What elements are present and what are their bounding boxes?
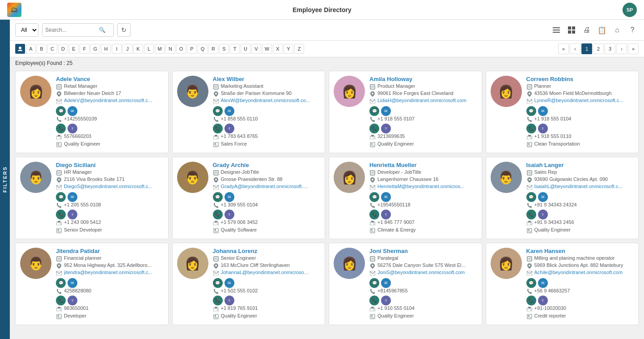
alpha-btn-V[interactable]: V	[251, 44, 261, 54]
chat-button[interactable]: 💬	[213, 106, 223, 116]
teams-button[interactable]: T	[68, 124, 77, 133]
search-input[interactable]	[45, 27, 99, 33]
employee-name[interactable]: Henrietta Mueller	[369, 162, 477, 168]
teams-button[interactable]: T	[225, 210, 234, 219]
alpha-btn-R[interactable]: R	[208, 44, 218, 54]
filters-sidebar[interactable]: FILTERS	[0, 20, 10, 339]
help-button[interactable]: ?	[626, 24, 639, 36]
alpha-btn-A[interactable]: A	[26, 44, 36, 54]
alpha-btn-N[interactable]: N	[165, 44, 175, 54]
call-button[interactable]: 📞	[526, 296, 536, 305]
call-button[interactable]: 📞	[526, 124, 536, 133]
teams-button[interactable]: T	[68, 210, 77, 219]
alpha-btn-Q[interactable]: Q	[198, 44, 208, 54]
chat-button[interactable]: 💬	[213, 278, 223, 288]
employee-email[interactable]: JohannaL@beyondintranet.onmicrosoft...	[221, 270, 310, 275]
call-button[interactable]: 📞	[56, 296, 66, 305]
alpha-btn-B[interactable]: B	[37, 44, 47, 54]
employee-email[interactable]: IsaiahL@beyondintranet.onmicrosoft.c...	[534, 184, 623, 189]
employee-email[interactable]: LynneR@beyondintranet.onmicrosoft.c...	[534, 98, 623, 103]
employee-email[interactable]: DiegoS@beyondintranet.onmicrosoft.c...	[64, 184, 153, 189]
next-page-btn[interactable]: ›	[616, 43, 627, 54]
alpha-btn-O[interactable]: O	[176, 44, 186, 54]
prev-page-btn[interactable]: ‹	[570, 43, 580, 54]
alpha-btn-F[interactable]: F	[80, 44, 89, 54]
alpha-btn-U[interactable]: U	[241, 44, 250, 54]
employee-name[interactable]: Correen Robbins	[526, 76, 634, 82]
alpha-btn-D[interactable]: D	[58, 44, 68, 54]
alpha-btn-G[interactable]: G	[90, 44, 100, 54]
mail-button[interactable]: ✉	[538, 192, 548, 202]
mail-button[interactable]: ✉	[68, 278, 77, 288]
mail-button[interactable]: ✉	[381, 106, 391, 116]
call-button[interactable]: 📞	[56, 210, 66, 219]
call-button[interactable]: 📞	[213, 124, 223, 133]
list-view-button[interactable]	[550, 24, 563, 36]
employee-email[interactable]: LidiaH@beyondintranet.onmicrosoft.com	[377, 98, 466, 103]
alpha-btn-T[interactable]: T	[230, 44, 240, 54]
chat-button[interactable]: 💬	[369, 106, 379, 116]
mail-button[interactable]: ✉	[225, 192, 234, 202]
alpha-btn-K[interactable]: K	[133, 44, 143, 54]
chat-button[interactable]: 💬	[369, 192, 379, 202]
alpha-btn-C[interactable]: C	[47, 44, 57, 54]
alpha-btn-S[interactable]: S	[219, 44, 229, 54]
first-page-btn[interactable]: «	[558, 43, 569, 54]
alpha-btn-L[interactable]: L	[144, 44, 154, 54]
chat-button[interactable]: 💬	[526, 106, 536, 116]
call-button[interactable]: 📞	[526, 210, 536, 219]
teams-button[interactable]: T	[381, 124, 391, 133]
user-avatar[interactable]: SP	[623, 3, 637, 17]
alpha-btn-I[interactable]: I	[112, 44, 122, 54]
export-button[interactable]: 📋	[596, 24, 608, 36]
teams-button[interactable]: T	[538, 210, 548, 219]
alpha-btn-W[interactable]: W	[262, 44, 272, 54]
teams-button[interactable]: T	[225, 124, 234, 133]
employee-email[interactable]: jitendra@beyondintranet.onmicrosoft.c...	[64, 270, 153, 275]
employee-email[interactable]: Achile@beyondintranet.onmicrosoft.com	[534, 270, 623, 275]
employee-name[interactable]: Alex Wilber	[213, 76, 321, 82]
chat-button[interactable]: 💬	[56, 278, 66, 288]
call-button[interactable]: 📞	[369, 210, 379, 219]
chat-button[interactable]: 💬	[526, 192, 536, 202]
mail-button[interactable]: ✉	[381, 278, 391, 288]
employee-name[interactable]: Karen Hansen	[526, 248, 634, 254]
grid-view-button[interactable]	[565, 24, 578, 36]
alpha-btn-H[interactable]: H	[101, 44, 111, 54]
alpha-all-btn[interactable]	[15, 44, 25, 54]
employee-name[interactable]: Diego Siciliani	[56, 162, 164, 168]
home-button[interactable]: ⌂	[611, 24, 623, 36]
mail-button[interactable]: ✉	[225, 278, 234, 288]
chat-button[interactable]: 💬	[369, 278, 379, 288]
mail-button[interactable]: ✉	[381, 192, 391, 202]
mail-button[interactable]: ✉	[68, 106, 77, 116]
teams-button[interactable]: T	[381, 296, 391, 305]
page-1-btn[interactable]: 1	[581, 43, 592, 54]
page-3-btn[interactable]: 3	[605, 43, 615, 54]
employee-name[interactable]: Amila Holloway	[369, 76, 477, 82]
refresh-button[interactable]: ↻	[117, 23, 131, 37]
employee-name[interactable]: Adele Vance	[56, 76, 164, 82]
mail-button[interactable]: ✉	[538, 106, 548, 116]
alpha-btn-J[interactable]: J	[123, 44, 132, 54]
alpha-btn-X[interactable]: X	[273, 44, 283, 54]
call-button[interactable]: 📞	[369, 296, 379, 305]
teams-button[interactable]: T	[225, 296, 234, 305]
teams-button[interactable]: T	[68, 296, 77, 305]
call-button[interactable]: 📞	[369, 124, 379, 133]
chat-button[interactable]: 💬	[213, 192, 223, 202]
chat-button[interactable]: 💬	[526, 278, 536, 288]
alpha-btn-E[interactable]: E	[69, 44, 79, 54]
employee-name[interactable]: Isaiah Langer	[526, 162, 634, 168]
teams-button[interactable]: T	[381, 210, 391, 219]
alpha-btn-Z[interactable]: Z	[294, 44, 304, 54]
mail-button[interactable]: ✉	[68, 192, 77, 202]
teams-button[interactable]: T	[538, 124, 548, 133]
employee-email[interactable]: GradyA@beyondintranet.onmicrosoft.co...	[221, 184, 310, 189]
call-button[interactable]: 📞	[213, 296, 223, 305]
last-page-btn[interactable]: »	[628, 43, 639, 54]
call-button[interactable]: 📞	[56, 124, 66, 133]
alpha-btn-P[interactable]: P	[187, 44, 197, 54]
alpha-btn-Y[interactable]: Y	[284, 44, 293, 54]
teams-button[interactable]: T	[538, 296, 548, 305]
